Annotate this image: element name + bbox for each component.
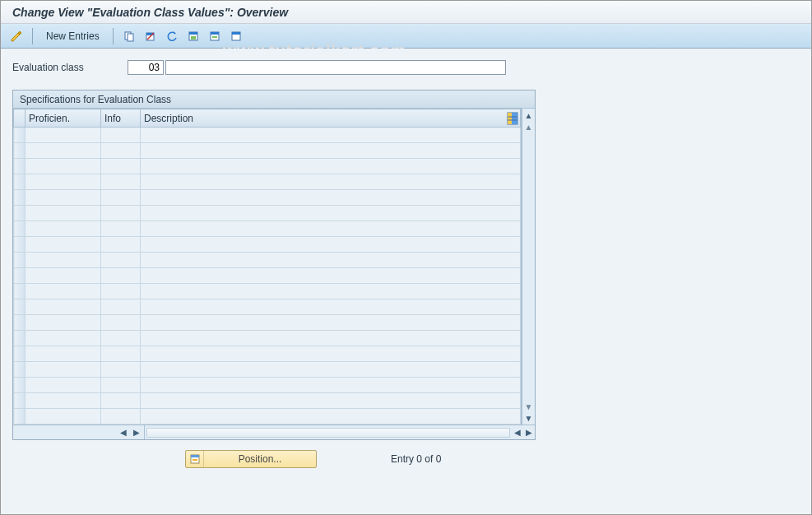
- cell[interactable]: [26, 206, 101, 221]
- row-selector[interactable]: [14, 409, 26, 425]
- cell[interactable]: [101, 362, 141, 378]
- table-row[interactable]: [14, 284, 521, 299]
- row-selector[interactable]: [14, 346, 26, 362]
- cell[interactable]: [141, 206, 521, 221]
- row-selector[interactable]: [14, 159, 26, 174]
- cell[interactable]: [101, 378, 141, 393]
- cell[interactable]: [141, 409, 521, 425]
- row-selector[interactable]: [14, 237, 26, 253]
- cell[interactable]: [26, 409, 101, 425]
- cell[interactable]: [101, 315, 141, 331]
- table-row[interactable]: [14, 159, 521, 174]
- cell[interactable]: [141, 299, 521, 315]
- row-selector[interactable]: [14, 143, 26, 159]
- table-row[interactable]: [14, 190, 521, 206]
- column-info[interactable]: Info: [101, 109, 141, 128]
- cell[interactable]: [141, 253, 521, 268]
- cell[interactable]: [141, 268, 521, 284]
- new-entries-button[interactable]: New Entries: [39, 27, 106, 45]
- scroll-left-icon[interactable]: ◀: [512, 427, 523, 438]
- scroll-down-icon[interactable]: ▼: [522, 411, 535, 425]
- table-settings-icon[interactable]: [506, 111, 519, 126]
- cell[interactable]: [141, 378, 521, 393]
- cell[interactable]: [141, 331, 521, 346]
- table-row[interactable]: [14, 299, 521, 315]
- row-selector[interactable]: [14, 378, 26, 393]
- row-selector[interactable]: [14, 190, 26, 206]
- table-row[interactable]: [14, 221, 521, 237]
- table-row[interactable]: [14, 237, 521, 253]
- row-selector-header[interactable]: [14, 109, 26, 128]
- hscroll-track[interactable]: [146, 428, 510, 438]
- cell[interactable]: [101, 346, 141, 362]
- cell[interactable]: [141, 284, 521, 299]
- scroll-left-icon[interactable]: ◀: [118, 427, 129, 438]
- cell[interactable]: [141, 159, 521, 174]
- select-all-icon[interactable]: [184, 27, 202, 45]
- copy-as-icon[interactable]: [120, 27, 138, 45]
- deselect-all-icon[interactable]: [227, 27, 245, 45]
- cell[interactable]: [26, 299, 101, 315]
- cell[interactable]: [26, 128, 101, 143]
- cell[interactable]: [26, 315, 101, 331]
- row-selector[interactable]: [14, 284, 26, 299]
- table-row[interactable]: [14, 315, 521, 331]
- position-button[interactable]: Position...: [185, 450, 317, 468]
- row-selector[interactable]: [14, 221, 26, 237]
- delete-icon[interactable]: [142, 27, 160, 45]
- toggle-display-change-icon[interactable]: [7, 27, 26, 45]
- cell[interactable]: [26, 362, 101, 378]
- row-selector[interactable]: [14, 174, 26, 190]
- row-selector[interactable]: [14, 253, 26, 268]
- table-row[interactable]: [14, 409, 521, 425]
- row-selector[interactable]: [14, 128, 26, 143]
- cell[interactable]: [101, 128, 141, 143]
- column-proficiency[interactable]: Proficien.: [26, 109, 101, 128]
- table-row[interactable]: [14, 253, 521, 268]
- cell[interactable]: [26, 253, 101, 268]
- cell[interactable]: [26, 284, 101, 299]
- table-row[interactable]: [14, 378, 521, 393]
- cell[interactable]: [101, 299, 141, 315]
- undo-change-icon[interactable]: [163, 27, 181, 45]
- cell[interactable]: [141, 362, 521, 378]
- cell[interactable]: [26, 174, 101, 190]
- table-row[interactable]: [14, 128, 521, 143]
- cell[interactable]: [26, 237, 101, 253]
- row-selector[interactable]: [14, 299, 26, 315]
- cell[interactable]: [26, 143, 101, 159]
- cell[interactable]: [26, 393, 101, 409]
- cell[interactable]: [101, 143, 141, 159]
- cell[interactable]: [101, 409, 141, 425]
- cell[interactable]: [26, 268, 101, 284]
- cell[interactable]: [101, 190, 141, 206]
- cell[interactable]: [141, 128, 521, 143]
- cell[interactable]: [101, 221, 141, 237]
- table-row[interactable]: [14, 206, 521, 221]
- table-row[interactable]: [14, 346, 521, 362]
- cell[interactable]: [101, 206, 141, 221]
- cell[interactable]: [26, 346, 101, 362]
- cell[interactable]: [101, 174, 141, 190]
- cell[interactable]: [101, 159, 141, 174]
- cell[interactable]: [26, 190, 101, 206]
- evaluation-class-code-input[interactable]: [128, 60, 164, 75]
- table-row[interactable]: [14, 362, 521, 378]
- cell[interactable]: [101, 253, 141, 268]
- row-selector[interactable]: [14, 362, 26, 378]
- table-row[interactable]: [14, 174, 521, 190]
- select-block-icon[interactable]: [206, 27, 224, 45]
- scroll-right-icon[interactable]: ▶: [523, 427, 535, 438]
- table-row[interactable]: [14, 143, 521, 159]
- evaluation-class-desc-input[interactable]: [165, 60, 506, 75]
- row-selector[interactable]: [14, 268, 26, 284]
- cell[interactable]: [141, 315, 521, 331]
- cell[interactable]: [101, 393, 141, 409]
- cell[interactable]: [101, 268, 141, 284]
- row-selector[interactable]: [14, 206, 26, 221]
- row-selector[interactable]: [14, 331, 26, 346]
- cell[interactable]: [26, 331, 101, 346]
- cell[interactable]: [26, 221, 101, 237]
- cell[interactable]: [101, 331, 141, 346]
- scroll-up-icon[interactable]: ▲: [522, 120, 535, 133]
